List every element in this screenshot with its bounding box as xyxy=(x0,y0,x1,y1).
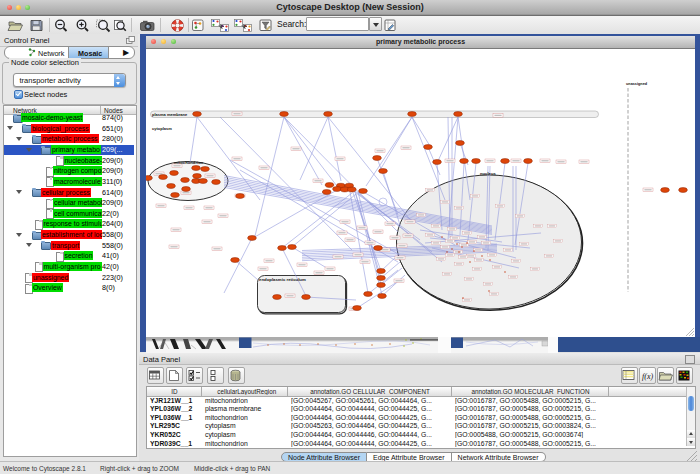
svg-text:unassigned: unassigned xyxy=(626,82,648,86)
svg-text:cytoplasm: cytoplasm xyxy=(152,126,172,131)
svg-text:f(x): f(x) xyxy=(642,372,653,381)
svg-text:plasma membrane: plasma membrane xyxy=(152,112,188,117)
svg-text:endoplasmic reticulum: endoplasmic reticulum xyxy=(259,277,306,282)
svg-text:nucleus: nucleus xyxy=(480,171,496,176)
